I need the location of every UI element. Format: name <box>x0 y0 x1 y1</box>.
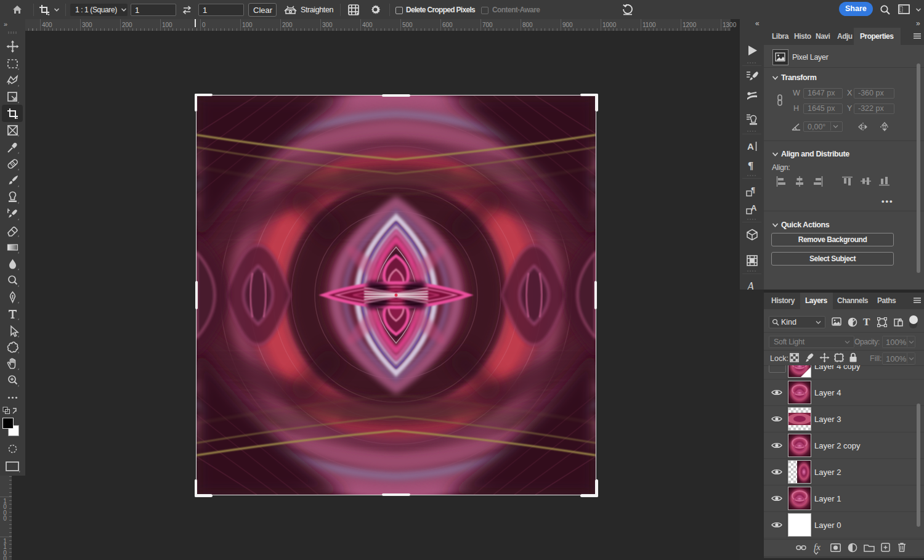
svg-text:¶: ¶ <box>751 185 755 194</box>
svg-text:¶: ¶ <box>748 160 753 171</box>
svg-text:A: A <box>751 203 757 213</box>
svg-text:A: A <box>747 141 754 152</box>
